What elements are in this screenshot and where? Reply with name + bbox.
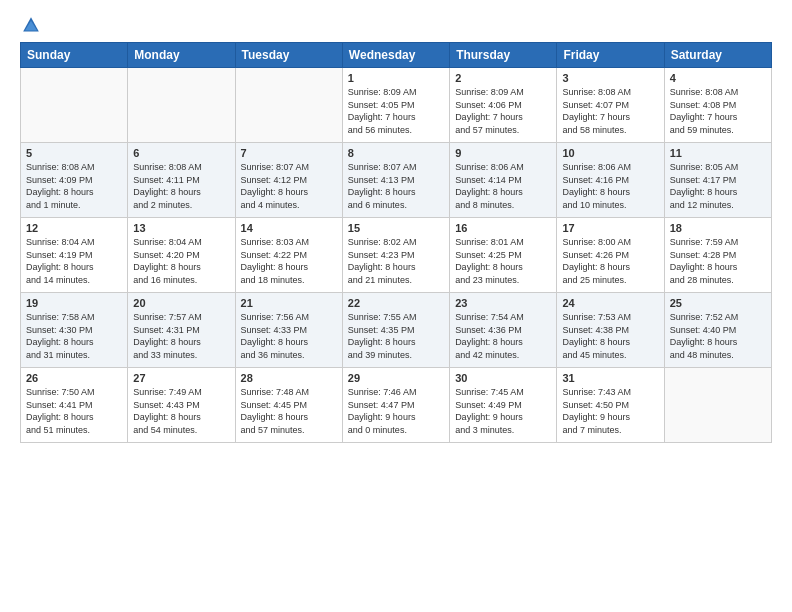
- calendar-cell: 24Sunrise: 7:53 AM Sunset: 4:38 PM Dayli…: [557, 293, 664, 368]
- logo-icon: [22, 16, 40, 34]
- day-number: 26: [26, 372, 122, 384]
- calendar-cell: 10Sunrise: 8:06 AM Sunset: 4:16 PM Dayli…: [557, 143, 664, 218]
- calendar-cell: [128, 68, 235, 143]
- day-number: 29: [348, 372, 444, 384]
- calendar-cell: 13Sunrise: 8:04 AM Sunset: 4:20 PM Dayli…: [128, 218, 235, 293]
- calendar-cell: 5Sunrise: 8:08 AM Sunset: 4:09 PM Daylig…: [21, 143, 128, 218]
- calendar-cell: 20Sunrise: 7:57 AM Sunset: 4:31 PM Dayli…: [128, 293, 235, 368]
- day-info: Sunrise: 7:43 AM Sunset: 4:50 PM Dayligh…: [562, 386, 658, 436]
- day-number: 13: [133, 222, 229, 234]
- day-info: Sunrise: 7:52 AM Sunset: 4:40 PM Dayligh…: [670, 311, 766, 361]
- day-number: 2: [455, 72, 551, 84]
- day-number: 30: [455, 372, 551, 384]
- day-number: 27: [133, 372, 229, 384]
- calendar-cell: 21Sunrise: 7:56 AM Sunset: 4:33 PM Dayli…: [235, 293, 342, 368]
- day-info: Sunrise: 7:59 AM Sunset: 4:28 PM Dayligh…: [670, 236, 766, 286]
- calendar-cell: 3Sunrise: 8:08 AM Sunset: 4:07 PM Daylig…: [557, 68, 664, 143]
- day-number: 5: [26, 147, 122, 159]
- weekday-header-saturday: Saturday: [664, 43, 771, 68]
- calendar-cell: 15Sunrise: 8:02 AM Sunset: 4:23 PM Dayli…: [342, 218, 449, 293]
- calendar: SundayMondayTuesdayWednesdayThursdayFrid…: [20, 42, 772, 443]
- day-number: 16: [455, 222, 551, 234]
- day-number: 17: [562, 222, 658, 234]
- day-number: 6: [133, 147, 229, 159]
- day-info: Sunrise: 7:56 AM Sunset: 4:33 PM Dayligh…: [241, 311, 337, 361]
- calendar-cell: 6Sunrise: 8:08 AM Sunset: 4:11 PM Daylig…: [128, 143, 235, 218]
- day-number: 28: [241, 372, 337, 384]
- day-info: Sunrise: 8:06 AM Sunset: 4:16 PM Dayligh…: [562, 161, 658, 211]
- calendar-cell: 30Sunrise: 7:45 AM Sunset: 4:49 PM Dayli…: [450, 368, 557, 443]
- day-info: Sunrise: 8:08 AM Sunset: 4:09 PM Dayligh…: [26, 161, 122, 211]
- day-number: 18: [670, 222, 766, 234]
- day-number: 1: [348, 72, 444, 84]
- calendar-cell: [664, 368, 771, 443]
- week-row-2: 5Sunrise: 8:08 AM Sunset: 4:09 PM Daylig…: [21, 143, 772, 218]
- day-number: 7: [241, 147, 337, 159]
- weekday-header-sunday: Sunday: [21, 43, 128, 68]
- week-row-4: 19Sunrise: 7:58 AM Sunset: 4:30 PM Dayli…: [21, 293, 772, 368]
- calendar-cell: [21, 68, 128, 143]
- day-number: 10: [562, 147, 658, 159]
- calendar-cell: 8Sunrise: 8:07 AM Sunset: 4:13 PM Daylig…: [342, 143, 449, 218]
- day-info: Sunrise: 8:09 AM Sunset: 4:05 PM Dayligh…: [348, 86, 444, 136]
- day-info: Sunrise: 8:08 AM Sunset: 4:08 PM Dayligh…: [670, 86, 766, 136]
- calendar-cell: 12Sunrise: 8:04 AM Sunset: 4:19 PM Dayli…: [21, 218, 128, 293]
- calendar-cell: 1Sunrise: 8:09 AM Sunset: 4:05 PM Daylig…: [342, 68, 449, 143]
- week-row-1: 1Sunrise: 8:09 AM Sunset: 4:05 PM Daylig…: [21, 68, 772, 143]
- weekday-header-thursday: Thursday: [450, 43, 557, 68]
- day-info: Sunrise: 8:07 AM Sunset: 4:13 PM Dayligh…: [348, 161, 444, 211]
- calendar-cell: 29Sunrise: 7:46 AM Sunset: 4:47 PM Dayli…: [342, 368, 449, 443]
- week-row-5: 26Sunrise: 7:50 AM Sunset: 4:41 PM Dayli…: [21, 368, 772, 443]
- calendar-cell: 27Sunrise: 7:49 AM Sunset: 4:43 PM Dayli…: [128, 368, 235, 443]
- day-info: Sunrise: 8:04 AM Sunset: 4:20 PM Dayligh…: [133, 236, 229, 286]
- weekday-header-tuesday: Tuesday: [235, 43, 342, 68]
- calendar-cell: 25Sunrise: 7:52 AM Sunset: 4:40 PM Dayli…: [664, 293, 771, 368]
- week-row-3: 12Sunrise: 8:04 AM Sunset: 4:19 PM Dayli…: [21, 218, 772, 293]
- day-number: 12: [26, 222, 122, 234]
- day-info: Sunrise: 7:57 AM Sunset: 4:31 PM Dayligh…: [133, 311, 229, 361]
- day-number: 31: [562, 372, 658, 384]
- day-number: 23: [455, 297, 551, 309]
- calendar-cell: 31Sunrise: 7:43 AM Sunset: 4:50 PM Dayli…: [557, 368, 664, 443]
- day-info: Sunrise: 8:00 AM Sunset: 4:26 PM Dayligh…: [562, 236, 658, 286]
- calendar-cell: 9Sunrise: 8:06 AM Sunset: 4:14 PM Daylig…: [450, 143, 557, 218]
- day-info: Sunrise: 7:45 AM Sunset: 4:49 PM Dayligh…: [455, 386, 551, 436]
- day-info: Sunrise: 8:07 AM Sunset: 4:12 PM Dayligh…: [241, 161, 337, 211]
- calendar-cell: 17Sunrise: 8:00 AM Sunset: 4:26 PM Dayli…: [557, 218, 664, 293]
- day-info: Sunrise: 7:50 AM Sunset: 4:41 PM Dayligh…: [26, 386, 122, 436]
- header: [20, 16, 772, 34]
- day-number: 25: [670, 297, 766, 309]
- calendar-cell: 4Sunrise: 8:08 AM Sunset: 4:08 PM Daylig…: [664, 68, 771, 143]
- day-info: Sunrise: 8:03 AM Sunset: 4:22 PM Dayligh…: [241, 236, 337, 286]
- calendar-cell: 18Sunrise: 7:59 AM Sunset: 4:28 PM Dayli…: [664, 218, 771, 293]
- day-number: 3: [562, 72, 658, 84]
- day-info: Sunrise: 7:46 AM Sunset: 4:47 PM Dayligh…: [348, 386, 444, 436]
- day-info: Sunrise: 8:09 AM Sunset: 4:06 PM Dayligh…: [455, 86, 551, 136]
- day-info: Sunrise: 8:05 AM Sunset: 4:17 PM Dayligh…: [670, 161, 766, 211]
- calendar-cell: 14Sunrise: 8:03 AM Sunset: 4:22 PM Dayli…: [235, 218, 342, 293]
- day-number: 20: [133, 297, 229, 309]
- calendar-cell: 23Sunrise: 7:54 AM Sunset: 4:36 PM Dayli…: [450, 293, 557, 368]
- calendar-cell: 2Sunrise: 8:09 AM Sunset: 4:06 PM Daylig…: [450, 68, 557, 143]
- day-info: Sunrise: 7:53 AM Sunset: 4:38 PM Dayligh…: [562, 311, 658, 361]
- day-number: 14: [241, 222, 337, 234]
- day-number: 21: [241, 297, 337, 309]
- calendar-cell: [235, 68, 342, 143]
- day-info: Sunrise: 8:02 AM Sunset: 4:23 PM Dayligh…: [348, 236, 444, 286]
- calendar-cell: 28Sunrise: 7:48 AM Sunset: 4:45 PM Dayli…: [235, 368, 342, 443]
- calendar-cell: 11Sunrise: 8:05 AM Sunset: 4:17 PM Dayli…: [664, 143, 771, 218]
- calendar-cell: 16Sunrise: 8:01 AM Sunset: 4:25 PM Dayli…: [450, 218, 557, 293]
- day-number: 9: [455, 147, 551, 159]
- calendar-cell: 26Sunrise: 7:50 AM Sunset: 4:41 PM Dayli…: [21, 368, 128, 443]
- day-number: 19: [26, 297, 122, 309]
- day-info: Sunrise: 8:06 AM Sunset: 4:14 PM Dayligh…: [455, 161, 551, 211]
- weekday-header-friday: Friday: [557, 43, 664, 68]
- day-info: Sunrise: 8:08 AM Sunset: 4:11 PM Dayligh…: [133, 161, 229, 211]
- day-info: Sunrise: 8:01 AM Sunset: 4:25 PM Dayligh…: [455, 236, 551, 286]
- calendar-cell: 7Sunrise: 8:07 AM Sunset: 4:12 PM Daylig…: [235, 143, 342, 218]
- calendar-cell: 22Sunrise: 7:55 AM Sunset: 4:35 PM Dayli…: [342, 293, 449, 368]
- day-number: 4: [670, 72, 766, 84]
- calendar-cell: 19Sunrise: 7:58 AM Sunset: 4:30 PM Dayli…: [21, 293, 128, 368]
- day-info: Sunrise: 7:58 AM Sunset: 4:30 PM Dayligh…: [26, 311, 122, 361]
- weekday-header-wednesday: Wednesday: [342, 43, 449, 68]
